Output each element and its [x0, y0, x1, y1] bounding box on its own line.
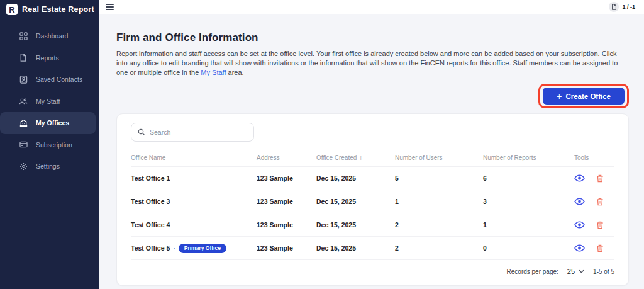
report-doc-icon	[19, 54, 28, 62]
page-title: Firm and Office Information	[116, 31, 629, 44]
topbar-right: 1 / -1	[609, 2, 635, 12]
view-office-icon[interactable]	[574, 244, 585, 252]
office-building-icon	[19, 118, 28, 127]
app-logo: R Real Estate Report	[0, 0, 99, 19]
contacts-icon	[19, 75, 28, 84]
annotation-highlight-box: + Create Office	[538, 84, 629, 108]
delete-office-icon[interactable]	[596, 221, 604, 229]
topbar: 1 / -1	[99, 0, 644, 14]
table-row[interactable]: Test Office 5 · Primary Office 123 Sampl…	[131, 237, 614, 260]
subscription-card-icon	[19, 140, 28, 149]
column-office-created[interactable]: Office Created↑	[316, 154, 395, 161]
settings-gear-icon	[19, 162, 28, 171]
staff-people-icon	[19, 97, 28, 106]
primary-office-badge: Primary Office	[179, 244, 226, 253]
sort-ascending-icon: ↑	[359, 154, 362, 161]
search-box[interactable]	[131, 123, 254, 142]
sidebar-item-subscription[interactable]: Subscription	[0, 134, 99, 156]
report-counter-icon[interactable]	[609, 2, 619, 12]
plus-icon: +	[557, 92, 562, 101]
sidebar-item-reports[interactable]: Reports	[0, 47, 99, 69]
table-pagination: Records per page: 25 1-5 of 5	[131, 260, 614, 283]
column-address[interactable]: Address	[257, 154, 316, 161]
delete-office-icon[interactable]	[596, 174, 604, 183]
app-title: Real Estate Report	[22, 5, 94, 14]
report-counter-value: 1 / -1	[622, 4, 635, 10]
logo-icon: R	[6, 4, 18, 15]
action-row: + Create Office	[116, 84, 629, 108]
records-per-page-label: Records per page:	[507, 268, 558, 275]
table-header-row: Office Name Address Office Created↑ Numb…	[131, 149, 614, 167]
column-office-name[interactable]: Office Name	[131, 154, 257, 161]
table-row[interactable]: Test Office 3 123 Sample Dec 15, 2025 1 …	[131, 190, 614, 213]
search-input[interactable]	[150, 128, 238, 136]
delete-office-icon[interactable]	[596, 198, 604, 206]
sidebar-item-my-offices[interactable]: My Offices	[0, 112, 96, 134]
table-row[interactable]: Test Office 4 123 Sample Dec 15, 2025 2 …	[131, 213, 614, 237]
table-row[interactable]: Test Office 1 123 Sample Dec 15, 2025 5 …	[131, 167, 614, 190]
offices-card: Office Name Address Office Created↑ Numb…	[116, 113, 629, 286]
column-number-of-users[interactable]: Number of Users	[395, 154, 483, 161]
dashboard-grid-icon	[19, 31, 28, 40]
create-office-button[interactable]: + Create Office	[543, 88, 625, 105]
main-area: 1 / -1 Firm and Office Information Repor…	[99, 0, 644, 289]
sidebar-item-saved-contacts[interactable]: Saved Contacts	[0, 69, 99, 91]
chevron-down-icon	[579, 269, 584, 273]
page-description: Report information and staff access can …	[116, 49, 619, 77]
sidebar-item-settings[interactable]: Settings	[0, 156, 99, 178]
column-tools: Tools	[574, 154, 614, 161]
sidebar-item-my-staff[interactable]: My Staff	[0, 91, 99, 113]
pagination-range: 1-5 of 5	[593, 268, 614, 275]
view-office-icon[interactable]	[574, 198, 585, 205]
content: Firm and Office Information Report infor…	[99, 14, 644, 289]
column-number-of-reports[interactable]: Number of Reports	[483, 154, 574, 161]
search-icon	[138, 128, 145, 136]
records-per-page-select[interactable]: 25	[567, 268, 584, 275]
sidebar-nav: Dashboard Reports Saved Contacts My Staf…	[0, 25, 99, 178]
app-root: R Real Estate Report Dashboard Reports	[0, 0, 644, 289]
sidebar: R Real Estate Report Dashboard Reports	[0, 0, 99, 289]
delete-office-icon[interactable]	[596, 244, 604, 252]
sidebar-item-dashboard[interactable]: Dashboard	[0, 25, 99, 47]
view-office-icon[interactable]	[574, 174, 585, 182]
menu-icon[interactable]	[106, 4, 114, 10]
view-office-icon[interactable]	[574, 221, 585, 229]
my-staff-link[interactable]: My Staff	[201, 69, 226, 76]
